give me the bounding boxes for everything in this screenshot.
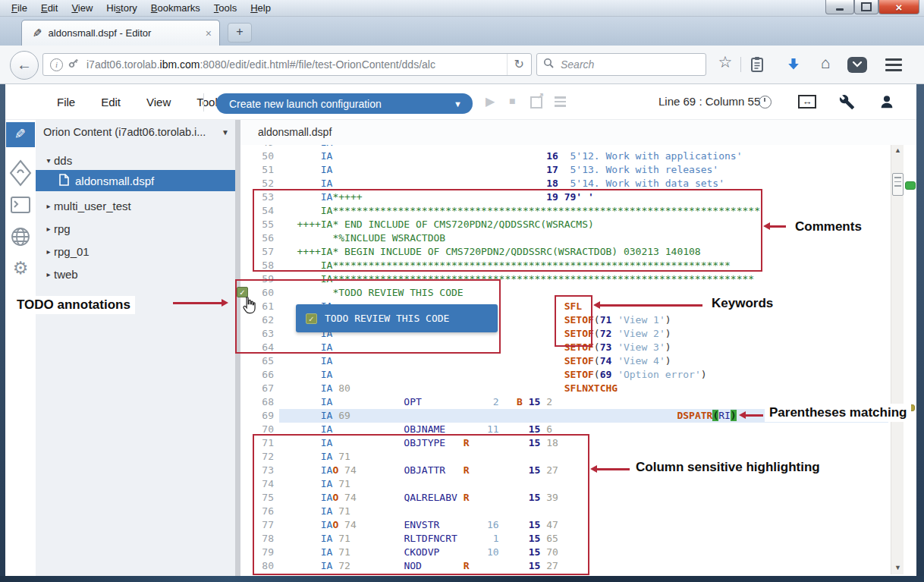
hamburger-menu-icon[interactable] — [883, 55, 904, 74]
code-text: IA OPT 2 B 15 2 — [279, 395, 552, 409]
search-input[interactable] — [559, 58, 706, 71]
code-text: IA 16 5'12. Work with applications' — [279, 149, 743, 163]
todo-annotation-mark[interactable] — [905, 181, 916, 190]
tab-aldonsmall[interactable]: ✎ aldonsmall.dspf - Editor × — [21, 20, 220, 46]
code-line[interactable]: 65 IA SETOF(74 'View 4') — [240, 354, 916, 368]
code-line[interactable]: 51 IA 17 5'13. Work with releases' — [240, 163, 916, 177]
tree-item-multi_user_test[interactable]: ▸multi_user_test — [36, 196, 235, 215]
pocket-icon[interactable] — [847, 55, 868, 74]
todo-arrow — [173, 302, 222, 304]
editor-rail-icon[interactable]: ✎ — [6, 122, 35, 147]
menu-history[interactable]: History — [99, 1, 143, 15]
deploy-rail-icon[interactable] — [5, 159, 36, 190]
tab-title: aldonsmall.dspf - Editor — [49, 27, 198, 39]
maximize-button[interactable] — [854, 0, 878, 14]
tree-item-label: multi_user_test — [54, 200, 131, 212]
stop-icon[interactable]: ■ — [509, 95, 515, 107]
list-icon[interactable] — [555, 96, 566, 107]
info-icon[interactable]: i — [50, 58, 63, 71]
gear-rail-icon[interactable]: ⚙ — [5, 258, 36, 278]
chevron-collapsed-icon[interactable]: ▸ — [43, 225, 54, 233]
tree-item-rpg_01[interactable]: ▸rpg_01 — [36, 241, 235, 261]
new-tab-button[interactable]: + — [228, 23, 252, 42]
chevron-collapsed-icon[interactable]: ▸ — [43, 202, 54, 210]
reload-icon[interactable]: ↻ — [507, 54, 531, 75]
code-line[interactable]: 67 IA 80 SFLNXTCHG — [240, 382, 916, 395]
close-button[interactable]: × — [878, 0, 919, 14]
divider — [740, 57, 741, 72]
bookmark-star-icon[interactable]: ☆ — [715, 52, 736, 72]
tree-item-aldonsmall.dspf[interactable]: aldonsmall.dspf — [36, 170, 235, 191]
close-icon: × — [896, 2, 903, 13]
left-rail: ✎ ⚙ — [5, 120, 36, 576]
globe-rail-icon[interactable] — [5, 226, 36, 250]
code-text: IA 69 DSPATR(RI) — [279, 409, 737, 423]
url-bar[interactable]: i i7adt06.torolab.ibm.com:8080/edit/edit… — [42, 53, 532, 76]
bookmarks-menu-icon[interactable] — [746, 55, 768, 74]
menu-file[interactable]: File — [5, 1, 34, 15]
code-line[interactable]: 50 IA 16 5'12. Work with applications' — [240, 149, 916, 163]
keywords-arrow — [599, 304, 702, 307]
paren-matching-annotation-label: Parentheses matching — [765, 404, 911, 422]
key-icon[interactable] — [68, 57, 80, 72]
open-external-icon[interactable] — [530, 96, 542, 109]
menu-edit[interactable]: Edit — [34, 1, 64, 15]
user-profile-icon[interactable] — [878, 93, 895, 113]
sidebar-root-label: Orion Content (i7adt06.torolab.i... — [43, 126, 218, 138]
home-icon[interactable]: ⌂ — [815, 53, 836, 73]
line-number: 68 — [244, 395, 274, 409]
keywords-annotation-label: Keywords — [707, 294, 778, 313]
chevron-down-icon: ▼ — [454, 99, 462, 109]
launch-config-dropdown[interactable]: Create new launch configuration ▼ — [216, 93, 473, 114]
code-line[interactable]: 66 IA SETOF(69 'Option error') — [240, 368, 916, 382]
arrow-head — [222, 299, 228, 307]
pencil-icon: ✎ — [33, 27, 42, 40]
maximize-icon — [861, 2, 872, 11]
url-text: i7adt06.torolab.ibm.com:8080/edit/edit.h… — [86, 58, 507, 71]
chevron-collapsed-icon[interactable]: ▸ — [43, 247, 54, 256]
terminal-rail-icon[interactable] — [5, 196, 36, 217]
minimize-button[interactable] — [825, 0, 854, 14]
tree-item-dds[interactable]: ▾dds — [36, 150, 235, 170]
sidebar-root-selector[interactable]: Orion Content (i7adt06.torolab.i... ▼ — [43, 126, 229, 138]
menu-tools[interactable]: Tools — [207, 1, 244, 15]
line-number: 66 — [244, 368, 274, 382]
menu-view[interactable]: View — [64, 1, 99, 15]
run-icon[interactable]: ▶ — [486, 94, 495, 109]
chevron-expanded-icon[interactable]: ▾ — [43, 156, 54, 165]
tree-item-rpg[interactable]: ▸rpg — [36, 219, 235, 238]
menu-help[interactable]: Help — [244, 1, 278, 15]
tab-bar: ✎ aldonsmall.dspf - Editor × + — [0, 17, 924, 46]
window-border — [916, 84, 924, 582]
search-bar[interactable] — [536, 53, 706, 76]
chevron-collapsed-icon[interactable]: ▸ — [43, 270, 54, 278]
scrollbar-thumb[interactable] — [892, 173, 904, 196]
resize-width-icon[interactable]: ↔ — [798, 95, 816, 109]
scroll-up-icon[interactable]: ▲ — [891, 146, 904, 154]
breadcrumb[interactable]: aldonsmall.dspf — [258, 126, 332, 138]
downloads-icon[interactable] — [783, 55, 804, 74]
wrench-icon[interactable] — [839, 94, 855, 113]
tree-item-tweb[interactable]: ▸tweb — [36, 264, 235, 284]
code-text: IA 17 5'13. Work with releases' — [279, 163, 718, 177]
line-number: 67 — [244, 382, 274, 395]
line-number: 69 — [244, 409, 274, 423]
window-controls: × — [825, 0, 919, 15]
menu-bookmarks[interactable]: Bookmarks — [144, 1, 207, 15]
back-button[interactable]: ← — [10, 51, 39, 80]
tree-item-label: tweb — [54, 268, 78, 281]
orion-menu-edit[interactable]: Edit — [88, 96, 134, 109]
orion-menu-file[interactable]: File — [44, 96, 88, 109]
scroll-down-icon[interactable]: ▼ — [891, 564, 904, 571]
line-number: 65 — [244, 354, 274, 368]
breadcrumb-bar: aldonsmall.dspf — [240, 120, 916, 145]
orion-menus: FileEditViewTools — [44, 84, 236, 120]
tree-item-label: dds — [54, 154, 72, 167]
tree-item-label: rpg_01 — [54, 245, 90, 258]
tab-close-icon[interactable]: × — [198, 27, 219, 39]
editor-scrollbar[interactable]: ▲ ▼ — [891, 144, 904, 574]
orion-menu-view[interactable]: View — [134, 96, 184, 109]
code-text: IA SETOF(74 'View 4') — [279, 354, 671, 368]
timer-icon[interactable] — [759, 96, 772, 109]
divider — [203, 93, 204, 112]
